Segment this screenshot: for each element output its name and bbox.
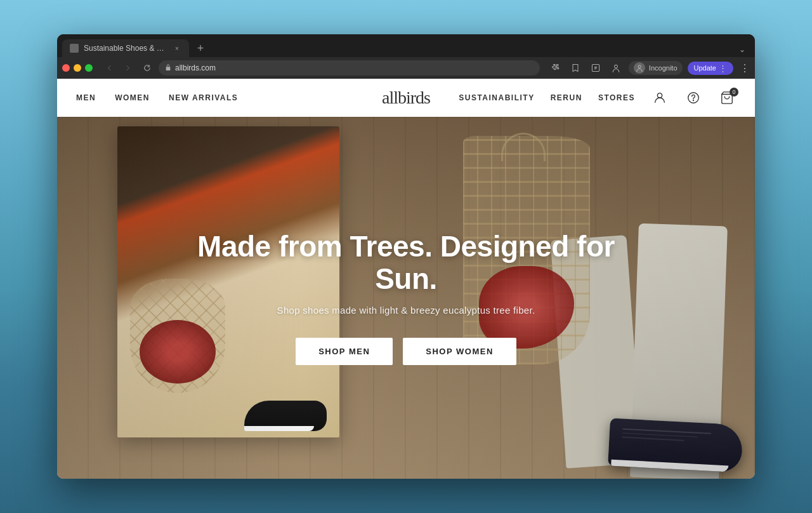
hero-headline: Made from Trees. Designed for Sun. <box>184 230 628 295</box>
profile-icon[interactable] <box>608 60 624 76</box>
incognito-avatar <box>634 62 645 74</box>
tab-favicon <box>70 44 79 53</box>
browser-window: Sustainable Shoes & Clothing × + ⌄ <box>57 34 755 479</box>
active-tab[interactable]: Sustainable Shoes & Clothing × <box>62 39 189 57</box>
tab-close-button[interactable]: × <box>173 44 181 53</box>
svg-point-2 <box>614 65 617 68</box>
nav-rerun-link[interactable]: RERUN <box>551 93 582 102</box>
incognito-label: Incognito <box>649 64 678 72</box>
account-icon-button[interactable] <box>651 89 669 107</box>
site-logo[interactable]: allbirds <box>382 88 430 108</box>
address-bar[interactable]: allbirds.com <box>159 60 540 76</box>
site-content: MEN WOMEN NEW ARRIVALS allbirds SUSTAINA… <box>57 79 755 479</box>
help-icon-button[interactable] <box>684 89 702 107</box>
nav-men-link[interactable]: MEN <box>76 93 96 102</box>
cart-icon-button[interactable]: 0 <box>718 89 736 107</box>
update-button[interactable]: Update ⋮ <box>688 62 733 75</box>
extensions-icon[interactable] <box>547 60 563 76</box>
svg-point-4 <box>657 93 662 98</box>
svg-rect-0 <box>166 67 171 70</box>
site-navigation: MEN WOMEN NEW ARRIVALS allbirds SUSTAINA… <box>57 79 755 117</box>
tab-strip-chevron[interactable]: ⌄ <box>735 42 750 57</box>
refresh-button[interactable] <box>140 60 155 76</box>
incognito-badge[interactable]: Incognito <box>629 61 683 75</box>
forward-button[interactable] <box>121 60 136 76</box>
tab-title: Sustainable Shoes & Clothing <box>84 44 167 53</box>
bookmark-icon[interactable] <box>568 60 583 76</box>
hero-subheadline: Shop shoes made with light & breezy euca… <box>184 305 628 316</box>
toolbar-bar: allbirds.com <box>57 57 755 79</box>
ssl-lock-icon <box>165 63 171 72</box>
url-text: allbirds.com <box>175 63 216 72</box>
cart-count-badge: 0 <box>730 88 738 97</box>
nav-new-arrivals-link[interactable]: NEW ARRIVALS <box>169 93 238 102</box>
back-button[interactable] <box>102 60 117 76</box>
maximize-window-button[interactable] <box>85 64 93 72</box>
nav-left: MEN WOMEN NEW ARRIVALS <box>76 93 406 102</box>
nav-sustainability-link[interactable]: SUSTAINABILITY <box>459 93 534 102</box>
hero-cta-group: SHOP MEN SHOP WOMEN <box>184 338 628 365</box>
browser-menu-button[interactable]: ⋮ <box>740 62 750 74</box>
chrome-labs-icon[interactable] <box>588 60 603 76</box>
close-window-button[interactable] <box>62 64 70 72</box>
update-label: Update <box>694 64 716 72</box>
shop-men-button[interactable]: SHOP MEN <box>296 338 393 365</box>
browser-actions: Incognito Update ⋮ ⋮ <box>547 60 750 76</box>
minimize-window-button[interactable] <box>74 64 81 72</box>
tab-bar: Sustainable Shoes & Clothing × + ⌄ <box>57 34 755 57</box>
nav-stores-link[interactable]: STORES <box>598 93 635 102</box>
hero-content: Made from Trees. Designed for Sun. Shop … <box>184 230 628 365</box>
svg-point-3 <box>638 65 641 68</box>
hero-section: Made from Trees. Designed for Sun. Shop … <box>57 117 755 479</box>
svg-point-6 <box>693 100 694 101</box>
shop-women-button[interactable]: SHOP WOMEN <box>403 338 516 365</box>
nav-right: SUSTAINABILITY RERUN STORES <box>406 89 736 107</box>
nav-women-link[interactable]: WOMEN <box>115 93 150 102</box>
traffic-lights <box>62 64 93 72</box>
browser-chrome: Sustainable Shoes & Clothing × + ⌄ <box>57 34 755 79</box>
new-tab-button[interactable]: + <box>192 39 209 57</box>
update-menu-icon: ⋮ <box>719 63 727 73</box>
